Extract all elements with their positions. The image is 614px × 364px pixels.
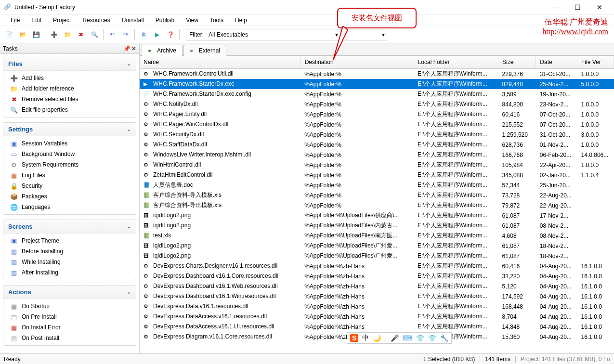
add-button[interactable]: ➕ xyxy=(48,28,60,41)
table-row[interactable]: ▶WHC.Framework.StarterDx.exe%AppFolder%E… xyxy=(140,79,614,89)
task-item[interactable]: ▤On Pre Install xyxy=(3,312,136,322)
table-row[interactable]: 📄WHC.Framework.StarterDx.exe.config%AppF… xyxy=(140,89,614,99)
ime-toolbar[interactable]: S中🌙,🎤⌨👕👕🔧 xyxy=(347,332,452,344)
table-row[interactable]: ⚙DevExpress.Dashboard.v16.1.Web.resource… xyxy=(140,281,614,291)
ime-item[interactable]: 🎤 xyxy=(391,334,399,342)
table-row[interactable]: 📗test.xls%AppFolder%\UploadFiles\南方医...E… xyxy=(140,231,614,241)
save-button[interactable]: 💾 xyxy=(30,28,42,41)
column-header[interactable]: Size xyxy=(498,56,536,69)
task-item-icon: ▣ xyxy=(10,140,18,147)
menu-help[interactable]: Help xyxy=(230,15,252,26)
table-row[interactable]: ⚙DevExpress.Charts.Designer.v16.1.resour… xyxy=(140,261,614,271)
tab-external[interactable]: ●External xyxy=(183,45,226,56)
task-item[interactable]: 🔍Edit file properties xyxy=(3,104,136,115)
table-row[interactable]: ⚙WHC.StaffDataDx.dll%AppFolder%E:\个人应用程序… xyxy=(140,140,614,150)
menu-tools[interactable]: Tools xyxy=(205,15,228,26)
task-item[interactable]: ▥Before Installing xyxy=(3,246,136,257)
table-row[interactable]: 📗客户综合资料-导出模板.xls%AppFolder%E:\个人应用程序\Win… xyxy=(140,200,614,210)
task-item[interactable]: 🌐Languages xyxy=(3,202,136,212)
ime-item[interactable]: S xyxy=(350,334,358,342)
table-row[interactable]: 🖼iqidiLogo2.png%AppFolder%\UploadFiles\内… xyxy=(140,221,614,231)
table-row[interactable]: ⚙WHC.NotifyDx.dll%AppFolder%E:\个人应用程序\Wi… xyxy=(140,99,614,109)
table-row[interactable]: ⚙ZetaHtmlEditControl.dll%AppFolder%E:\个人… xyxy=(140,170,614,180)
table-row[interactable]: ⚙DevExpress.DataAccess.v16.1.UI.resource… xyxy=(140,322,614,332)
task-item[interactable]: 📁Add folder reference xyxy=(3,83,136,94)
table-row[interactable]: ⚙DevExpress.DataAccess.v16.1.resources.d… xyxy=(140,312,614,322)
table-row[interactable]: ⚙DevExpress.Data.v16.1.resources.dll%App… xyxy=(140,301,614,312)
column-header[interactable]: Date xyxy=(536,56,577,69)
ime-item[interactable]: ⌨ xyxy=(403,334,412,342)
maximize-button[interactable]: ☐ xyxy=(567,0,588,14)
file-icon: 📗 xyxy=(144,202,151,209)
ime-item[interactable]: 👕 xyxy=(428,334,436,342)
run-button[interactable]: ▶ xyxy=(151,28,163,41)
task-group-settings: Settings⌄▣Session Variables▭Background W… xyxy=(3,122,136,215)
task-item[interactable]: ▭Background Window xyxy=(3,149,136,159)
menu-edit[interactable]: Edit xyxy=(26,15,46,26)
new-button[interactable]: 📄 xyxy=(3,28,15,41)
author-url[interactable]: http://www.iqidi.com xyxy=(542,27,608,36)
table-row[interactable]: 🖼iqidiLogo2.png%AppFolder%\UploadFiles\广… xyxy=(140,241,614,251)
file-table-wrap[interactable]: NameDestinationLocal FolderSizeDateFile … xyxy=(140,56,614,353)
task-item[interactable]: ➕Add files xyxy=(3,73,136,83)
delete-button[interactable]: ✖ xyxy=(75,28,87,41)
chevron-icon: ⌄ xyxy=(127,223,131,230)
menu-view[interactable]: View xyxy=(181,15,203,26)
ime-item[interactable]: 🌙 xyxy=(373,334,381,342)
file-icon: ⚙ xyxy=(144,263,151,270)
task-item[interactable]: ▤Log Files xyxy=(3,170,136,181)
ime-item[interactable]: 🔧 xyxy=(440,334,448,342)
task-group-header[interactable]: Files⌄ xyxy=(3,57,136,71)
add-folder-button[interactable]: 📁 xyxy=(61,28,74,41)
build-button[interactable]: ⚙ xyxy=(137,28,150,41)
task-item[interactable]: ⚙System Requirements xyxy=(3,159,136,170)
search-button[interactable]: 🔍 xyxy=(88,28,101,41)
undo-button[interactable]: ↶ xyxy=(106,28,118,41)
task-group-header[interactable]: Screens⌄ xyxy=(3,220,136,234)
menu-uninstall[interactable]: Uninstall xyxy=(117,15,149,26)
task-group-header[interactable]: Actions⌄ xyxy=(3,286,136,299)
table-row[interactable]: ⚙WHC.Pager.WinControlDx.dll%AppFolder%E:… xyxy=(140,119,614,130)
redo-button[interactable]: ↷ xyxy=(119,28,132,41)
task-item[interactable]: ▤On Startup xyxy=(3,301,136,312)
task-group-header[interactable]: Settings⌄ xyxy=(3,123,136,136)
table-row[interactable]: ⚙WHC.SecurityDx.dll%AppFolder%E:\个人应用程序\… xyxy=(140,130,614,140)
minimize-button[interactable]: — xyxy=(545,0,567,14)
menu-resources[interactable]: Resources xyxy=(78,15,115,26)
task-item[interactable]: ▤On Post Install xyxy=(3,333,136,343)
table-row[interactable]: 📗客户综合资料-导入模板.xls%AppFolder%E:\个人应用程序\Win… xyxy=(140,190,614,200)
open-button[interactable]: 📂 xyxy=(16,28,29,41)
column-header[interactable]: Name xyxy=(140,56,300,69)
task-item[interactable]: ▣Project Theme xyxy=(3,235,136,246)
table-row[interactable]: ⚙WindowsLive.Writer.Interop.Mshtml.dll%A… xyxy=(140,150,614,160)
task-item[interactable]: ▣Session Variables xyxy=(3,138,136,149)
help-button[interactable]: ❓ xyxy=(164,28,177,41)
task-item[interactable]: 🔒Security xyxy=(3,181,136,191)
pin-icon[interactable]: 📌 xyxy=(123,45,131,52)
table-row[interactable]: 🖼iqidiLogo2.png%AppFolder%\UploadFiles\供… xyxy=(140,210,614,221)
task-item[interactable]: ▤On Install Error xyxy=(3,322,136,333)
task-item[interactable]: ✖Remove selected files xyxy=(3,94,136,104)
table-row[interactable]: ⚙DevExpress.Dashboard.v16.1.Core.resourc… xyxy=(140,271,614,281)
tab-archive[interactable]: ●Archive xyxy=(142,45,183,56)
filter-input[interactable] xyxy=(207,30,332,39)
table-row[interactable]: 📘人员信息表.doc%AppFolder%E:\个人应用程序\Winform..… xyxy=(140,180,614,190)
table-row[interactable]: ⚙WHC.Framework.ControlUtil.dll%AppFolder… xyxy=(140,69,614,79)
column-header[interactable]: Local Folder xyxy=(414,56,498,69)
ime-item[interactable]: 中 xyxy=(362,334,369,342)
table-row[interactable]: ⚙DevExpress.Dashboard.v16.1.Win.resource… xyxy=(140,291,614,301)
column-header[interactable]: File Ver xyxy=(577,56,614,69)
table-row[interactable]: ⚙WinHtmlControl.dll%AppFolder%E:\个人应用程序\… xyxy=(140,160,614,170)
task-item[interactable]: ▥After Installing xyxy=(3,267,136,278)
table-row[interactable]: ⚙WHC.Pager.Entity.dll%AppFolder%E:\个人应用程… xyxy=(140,109,614,119)
ime-item[interactable]: 👕 xyxy=(416,334,424,342)
table-row[interactable]: 🖼iqidiLogo2.png%AppFolder%\UploadFiles\广… xyxy=(140,251,614,261)
menu-project[interactable]: Project xyxy=(48,15,76,26)
menu-file[interactable]: File xyxy=(6,15,25,26)
task-item[interactable]: 📦Packages xyxy=(3,191,136,202)
ime-item[interactable]: , xyxy=(385,334,387,342)
panel-close-icon[interactable]: ✕ xyxy=(131,45,136,52)
menu-publish[interactable]: Publish xyxy=(151,15,179,26)
close-button[interactable]: ✕ xyxy=(588,0,610,14)
task-item[interactable]: ▥While Installing xyxy=(3,257,136,267)
